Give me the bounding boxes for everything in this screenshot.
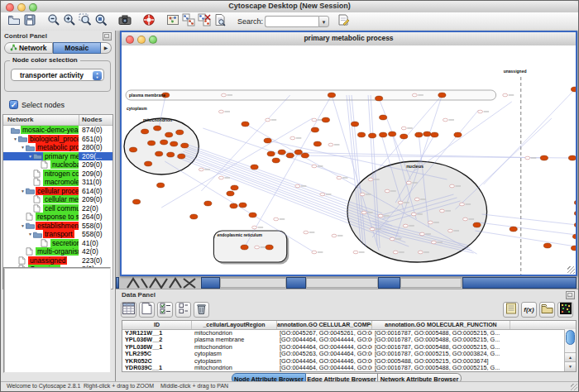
snapshot-camera-button[interactable] [117, 14, 132, 30]
network-node-small[interactable] [398, 201, 403, 204]
network-node[interactable] [165, 132, 173, 137]
network-node-small[interactable] [393, 251, 398, 254]
tree-row[interactable]: ▼primary metabo209(... [3, 152, 112, 161]
network-node-small[interactable] [368, 178, 373, 181]
network-node[interactable] [167, 152, 175, 157]
network-node-small[interactable] [447, 229, 452, 232]
network-node[interactable] [574, 200, 576, 205]
column-header[interactable]: _cellularLayoutRegion [192, 321, 277, 329]
network-node[interactable] [267, 151, 275, 156]
network-node-small[interactable] [459, 203, 464, 206]
network-node[interactable] [157, 183, 165, 188]
help-lifering-button[interactable] [141, 14, 156, 30]
network-node-small[interactable] [463, 218, 468, 221]
network-node-small[interactable] [403, 224, 408, 227]
network-node[interactable] [415, 132, 423, 137]
network-node[interactable] [322, 117, 329, 122]
network-node[interactable] [380, 132, 387, 137]
network-node-small[interactable] [218, 176, 223, 179]
network-node[interactable] [278, 150, 285, 155]
network-node[interactable] [148, 141, 156, 146]
minimize-button[interactable] [17, 3, 26, 12]
network-node[interactable] [311, 127, 318, 132]
tree-row[interactable]: multi-organism pro42(0) [3, 247, 112, 256]
tree-expand-arrow-icon[interactable]: ▼ [20, 145, 26, 150]
network-node[interactable] [568, 155, 576, 160]
tree-row[interactable]: nucleobase-209(0) [3, 160, 112, 170]
open-file-button[interactable] [6, 14, 22, 30]
minimized-window-bar[interactable] [462, 277, 577, 289]
minimized-window-button[interactable] [286, 277, 306, 289]
network-node[interactable] [145, 161, 152, 166]
tree-row[interactable]: cell communicat22(0) [3, 204, 112, 213]
network-node-small[interactable] [370, 227, 375, 231]
table-row[interactable]: YKR052Ccytoplasm[GO:0044464, GO:0044446,… [122, 358, 576, 366]
tree-row[interactable]: unassigned223(0) [3, 256, 112, 265]
zoom-in-button[interactable] [61, 14, 77, 30]
network-node-small[interactable] [312, 118, 317, 122]
scroll-down-button[interactable]: ▼ [565, 361, 576, 371]
network-node[interactable] [301, 153, 309, 158]
scrollbar-thumb[interactable] [566, 330, 575, 345]
table-row[interactable]: YPL036W__1mitochondrion[GO:0044464, GO:0… [122, 344, 576, 351]
network-canvas[interactable]: plasma membranecytoplasmmitochondrionnuc… [122, 45, 576, 275]
network-node[interactable] [141, 129, 148, 134]
network-node[interactable] [249, 213, 256, 218]
birdseye-view-button[interactable] [165, 14, 180, 30]
network-node[interactable] [251, 165, 258, 170]
network-node[interactable] [129, 147, 136, 152]
network-node-small[interactable] [312, 251, 317, 254]
network-node[interactable] [160, 140, 168, 145]
column-header[interactable]: ID [122, 321, 192, 329]
network-node[interactable] [170, 141, 178, 146]
minimized-window-button[interactable] [201, 277, 220, 289]
network-node-small[interactable] [439, 209, 444, 213]
tree-expand-arrow-icon[interactable]: ▼ [27, 232, 33, 237]
tree-row[interactable]: macromolecule311(0) [3, 178, 112, 187]
destroy-view-button[interactable] [196, 14, 212, 30]
save-button[interactable] [22, 14, 37, 30]
network-node[interactable] [132, 199, 140, 204]
network-node-small[interactable] [218, 110, 223, 113]
network-node[interactable] [266, 245, 273, 250]
tree-header-nodes[interactable]: Nodes [79, 115, 112, 125]
column-header[interactable]: annotation.GO MOLECULAR_FUNCTION [372, 321, 510, 329]
network-node[interactable] [574, 222, 576, 227]
network-node[interactable] [181, 143, 189, 148]
network-node-small[interactable] [401, 127, 406, 130]
select-attributes-button[interactable] [121, 302, 136, 318]
float-data-panel-icon[interactable] [566, 291, 575, 299]
network-node[interactable] [540, 155, 548, 160]
network-node[interactable] [368, 133, 376, 138]
close-button[interactable] [6, 3, 14, 12]
network-node[interactable] [454, 132, 462, 137]
minimized-window-thumbnail[interactable] [306, 278, 378, 288]
network-node-small[interactable] [304, 231, 309, 234]
network-node-small[interactable] [312, 165, 317, 168]
tree-expand-arrow-icon[interactable]: ▼ [12, 136, 18, 141]
tree-expand-arrow-icon[interactable]: ▼ [27, 154, 33, 159]
network-node-small[interactable] [478, 110, 483, 113]
network-node[interactable] [241, 245, 248, 250]
network-node[interactable] [156, 151, 163, 156]
network-node-small[interactable] [328, 143, 333, 146]
more-tabs-button[interactable]: ▶ [101, 42, 112, 54]
search-dropdown-arrow-icon[interactable]: ▼ [318, 16, 329, 27]
zoom-selected-button[interactable] [77, 14, 93, 30]
network-node-small[interactable] [290, 136, 295, 140]
network-node[interactable] [357, 132, 365, 137]
table-row[interactable]: YJR121W__1mitochondrion[GO:0045267, GO:0… [122, 330, 576, 337]
network-node[interactable] [431, 132, 438, 137]
column-header[interactable]: annotation.GO CELLULAR_COMPONENT [277, 321, 372, 329]
network-node[interactable] [190, 214, 198, 219]
network-node-small[interactable] [411, 213, 416, 216]
network-node-small[interactable] [414, 198, 419, 201]
network-node[interactable] [178, 154, 185, 159]
network-node[interactable] [380, 115, 387, 120]
network-node[interactable] [571, 246, 576, 251]
network-node-small[interactable] [443, 118, 447, 122]
tree-row[interactable]: ▼biological_process651(0) [3, 135, 112, 144]
zoom-out-button[interactable] [45, 14, 61, 30]
network-node-small[interactable] [418, 251, 423, 254]
network-node[interactable] [264, 138, 271, 143]
